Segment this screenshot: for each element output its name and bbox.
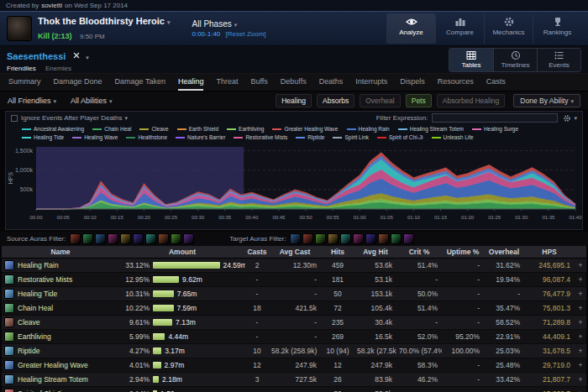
legend-item-healing-surge[interactable]: Healing Surge <box>472 125 518 133</box>
tab-summary[interactable]: Summary <box>8 74 41 91</box>
legend-item-spirit-link[interactable]: Spirit Link <box>333 133 369 142</box>
target-aura-icon-6[interactable] <box>365 233 376 244</box>
toggle-overheal[interactable]: Overheal <box>360 94 401 107</box>
column-header-avg-hit[interactable]: Avg Hit <box>354 246 396 258</box>
legend-item-healing-rain[interactable]: Healing Rain <box>347 125 390 133</box>
chart-settings-gear-icon[interactable] <box>563 114 571 123</box>
expand-button[interactable]: + <box>575 372 586 386</box>
tab-resources[interactable]: Resources <box>438 74 474 91</box>
boss-name-dropdown[interactable]: Thok the Bloodthirsty Heroic <box>38 16 170 26</box>
table-row-cleave[interactable]: Cleave9.61%7.13m--23530.4k--58.52%71,289… <box>2 315 586 329</box>
legend-item-healthstone[interactable]: Healthstone <box>126 133 167 142</box>
target-aura-icon-3[interactable] <box>328 233 339 244</box>
table-row-chain-heal[interactable]: Chain Heal10.22%7.59m18421.5k72105.4k51.… <box>2 301 586 315</box>
nav-rankings[interactable]: Rankings <box>533 13 581 44</box>
spell-name[interactable]: Healing Tide <box>18 290 57 298</box>
tab-interrupts[interactable]: Interrupts <box>355 74 387 91</box>
target-aura-icon-4[interactable] <box>340 233 351 244</box>
source-aura-icon-6[interactable] <box>145 233 156 244</box>
table-row-restorative-mists[interactable]: Restorative Mists12.95%9.62m--18153.1k--… <box>2 272 586 286</box>
source-aura-icon-5[interactable] <box>133 233 144 244</box>
source-aura-icon-0[interactable] <box>70 233 81 244</box>
target-aura-icon-5[interactable] <box>353 233 364 244</box>
legend-item-riptide[interactable]: Riptide <box>296 133 324 142</box>
legend-item-spirit-of-chi-ji[interactable]: Spirit of Chi-Ji <box>377 133 423 142</box>
tab-casts[interactable]: Casts <box>486 74 506 91</box>
spell-name[interactable]: Earthliving <box>18 332 51 341</box>
ignore-deaths-label[interactable]: Ignore Events After Player Deaths <box>21 114 128 122</box>
column-header-crit-[interactable]: Crit % <box>396 246 442 258</box>
source-aura-icon-2[interactable] <box>95 233 106 244</box>
source-aura-icon-9[interactable] <box>183 233 194 244</box>
table-row-healing-rain[interactable]: Healing Rain33.12%24.59m212.30m45953.6k5… <box>2 258 586 272</box>
expand-button[interactable]: + <box>575 343 586 358</box>
toggle-absorbed-healing[interactable]: Absorbed Healing <box>437 94 506 107</box>
legend-item-chain-heal[interactable]: Chain Heal <box>92 125 131 133</box>
legend-item-earthliving[interactable]: Earthliving <box>227 125 264 133</box>
spell-name[interactable]: Spirit of Chi-Ji <box>18 389 62 392</box>
column-header-hps[interactable]: HPS <box>524 246 575 258</box>
legend-item-greater-healing-wave[interactable]: Greater Healing Wave <box>272 125 338 133</box>
hps-chart[interactable]: 500k1,000k1,500kHPS00:0000:0500:1000:150… <box>6 144 582 229</box>
legend-item-healing-wave[interactable]: Healing Wave <box>72 133 118 142</box>
abilities-dropdown[interactable]: All Abilities <box>71 97 113 105</box>
reset-zoom-link[interactable]: [Reset Zoom] <box>226 30 266 38</box>
expand-button[interactable]: + <box>575 329 586 343</box>
table-row-greater-healing-wave[interactable]: Greater Healing Wave4.01%2.97m12247.9k12… <box>2 358 586 372</box>
nav-mechanics[interactable]: Mechanics <box>484 13 533 44</box>
table-row-earthliving[interactable]: Earthliving5.99%4.44m--26916.5k52.0%95.2… <box>2 329 586 343</box>
table-row-riptide[interactable]: Riptide4.27%3.17m1058.2k (258.9k)10 (94)… <box>2 343 586 358</box>
tab-debuffs[interactable]: Debuffs <box>281 74 307 91</box>
source-aura-icon-1[interactable] <box>82 233 93 244</box>
spell-name[interactable]: Healing Rain <box>18 261 59 269</box>
author-name[interactable]: sovietti <box>41 2 62 9</box>
spell-name[interactable]: Cleave <box>18 318 39 327</box>
source-aura-icon-4[interactable] <box>120 233 131 244</box>
nav-analyze[interactable]: Analyze <box>386 13 435 44</box>
expand-button[interactable]: + <box>575 386 586 392</box>
tab-buffs[interactable]: Buffs <box>250 74 267 91</box>
source-aura-icon-7[interactable] <box>158 233 169 244</box>
view-timelines-button[interactable]: Timelines <box>493 49 537 71</box>
toggle-healing[interactable]: Healing <box>276 94 312 107</box>
legend-item-ancestral-awakening[interactable]: Ancestral Awakening <box>22 125 84 133</box>
tab-damage-done[interactable]: Damage Done <box>54 74 102 91</box>
view-events-button[interactable]: Events <box>537 49 580 71</box>
tab-threat[interactable]: Threat <box>216 74 238 91</box>
expand-button[interactable]: + <box>575 286 586 301</box>
chart-settings-caret[interactable] <box>571 114 577 122</box>
legend-item-earth-shield[interactable]: Earth Shield <box>177 125 218 133</box>
spell-name[interactable]: Healing Stream Totem <box>18 375 88 384</box>
column-header-casts[interactable]: Casts <box>245 246 269 258</box>
legend-item-nature-s-barrier[interactable]: Nature's Barrier <box>176 133 225 142</box>
spell-name[interactable]: Riptide <box>18 347 39 355</box>
nav-compare[interactable]: Compare <box>435 13 484 44</box>
column-header-amount[interactable]: Amount <box>119 246 245 258</box>
tab-healing[interactable]: Healing <box>178 74 204 91</box>
tab-deaths[interactable]: Deaths <box>319 74 344 91</box>
legend-item-unleash-life[interactable]: Unleash Life <box>432 133 474 142</box>
boss-icon[interactable] <box>7 16 32 41</box>
spell-name[interactable]: Chain Heal <box>18 304 53 312</box>
legend-item-healing-stream-totem[interactable]: Healing Stream Totem <box>398 125 464 133</box>
table-row-healing-tide[interactable]: Healing Tide10.31%7.65m--50153.1k50.0%--… <box>2 286 586 301</box>
spell-name[interactable]: Restorative Mists <box>18 275 72 284</box>
column-header-name[interactable]: Name <box>2 246 119 258</box>
tab-damage-taken[interactable]: Damage Taken <box>115 74 165 91</box>
legend-item-restorative-mists[interactable]: Restorative Mists <box>234 133 287 142</box>
spell-name[interactable]: Greater Healing Wave <box>18 361 88 369</box>
expand-button[interactable]: + <box>575 301 586 315</box>
friendlies-dropdown[interactable]: All Friendlies <box>8 97 56 105</box>
table-row-healing-stream-totem[interactable]: Healing Stream Totem2.94%2.18m3727.5k268… <box>2 372 586 386</box>
target-aura-icon-2[interactable] <box>315 233 326 244</box>
legend-item-healing-tide[interactable]: Healing Tide <box>22 133 64 142</box>
tab-dispels[interactable]: Dispels <box>400 74 425 91</box>
table-row-spirit-of-chi-ji[interactable]: Spirit of Chi-Ji2.14%1.59m--3053.9k---15… <box>2 386 586 392</box>
target-aura-icon-0[interactable] <box>290 233 301 244</box>
filter-expression-input[interactable] <box>432 113 558 123</box>
expand-button[interactable]: + <box>575 258 586 272</box>
legend-item-cleave[interactable]: Cleave <box>139 125 168 133</box>
target-aura-icon-7[interactable] <box>378 233 389 244</box>
column-header-hits[interactable]: Hits <box>321 246 354 258</box>
target-aura-icon-1[interactable] <box>302 233 313 244</box>
